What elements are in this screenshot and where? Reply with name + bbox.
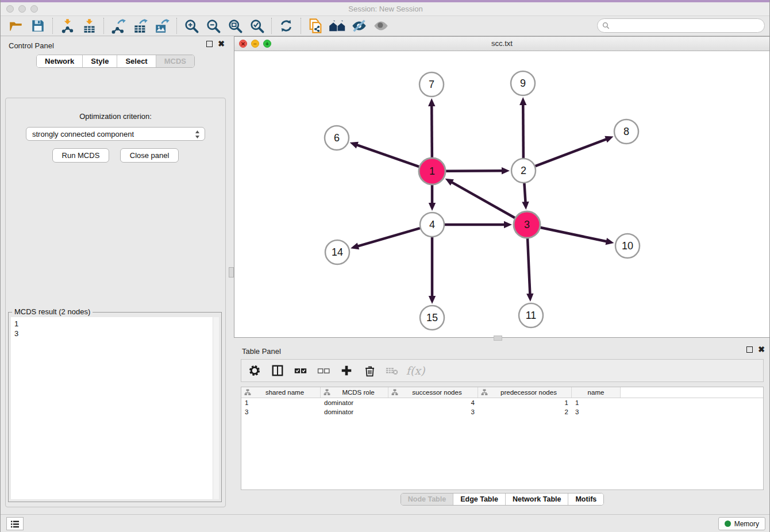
memory-button[interactable]: Memory [718, 517, 765, 530]
close-panel-button[interactable]: Close panel [120, 148, 179, 163]
import-network-button[interactable] [56, 17, 78, 35]
network-window-titlebar[interactable]: ✕ − + scc.txt [234, 37, 769, 51]
table-cell[interactable]: 3 [572, 407, 621, 417]
delete-table-button[interactable] [385, 363, 400, 378]
search-field[interactable] [597, 18, 765, 33]
result-scrollbar[interactable] [213, 317, 219, 499]
tab-node-table[interactable]: Node Table [401, 494, 453, 505]
refresh-button[interactable] [275, 17, 297, 35]
vertical-splitter-handle[interactable] [229, 267, 234, 277]
float-table-panel-icon[interactable] [746, 346, 753, 353]
table-cell[interactable]: 3 [388, 407, 478, 417]
column-header-name[interactable]: name [572, 387, 621, 398]
export-table-button[interactable] [129, 17, 151, 35]
graph-edge-1-7[interactable] [432, 105, 432, 157]
list-icon [10, 520, 20, 528]
control-panel: Control Panel ✖ NetworkStyleSelectMCDS O… [1, 36, 230, 514]
tab-style[interactable]: Style [83, 55, 117, 67]
graph-edge-arrowhead [526, 294, 533, 302]
node-table[interactable]: shared nameMCDS rolesuccessor nodesprede… [241, 387, 764, 490]
control-panel-header: Control Panel ✖ [1, 36, 230, 55]
table-cell[interactable]: dominator [321, 398, 388, 407]
mcds-result-text[interactable]: 13 [11, 317, 219, 499]
graph-edge-1-2[interactable] [446, 171, 503, 171]
graph-edge-2-3[interactable] [524, 183, 525, 203]
main-titlebar: Session: New Session [1, 2, 770, 16]
network-canvas[interactable]: 7968124314101511 [234, 51, 769, 337]
tab-motifs[interactable]: Motifs [568, 494, 603, 505]
column-header-predecessor-nodes[interactable]: predecessor nodes [478, 387, 572, 398]
tab-network[interactable]: Network [37, 55, 83, 67]
mcds-result-title: MCDS result (2 nodes) [12, 307, 93, 316]
home-button[interactable] [326, 17, 348, 35]
tab-edge-table[interactable]: Edge Table [453, 494, 506, 505]
export-network-button[interactable] [107, 17, 129, 35]
graph-edge-4-14[interactable] [357, 228, 420, 246]
mcds-result-field: MCDS result (2 nodes) 13 [8, 312, 222, 502]
task-history-button[interactable] [6, 517, 24, 530]
eye-slash-icon [351, 18, 367, 34]
run-mcds-button[interactable]: Run MCDS [52, 148, 110, 163]
graph-node-label: 15 [426, 312, 438, 323]
table-cell[interactable]: 1 [241, 398, 321, 407]
table-row[interactable]: 3dominator323 [241, 407, 763, 417]
graph-edge-3-1[interactable] [451, 182, 515, 218]
zoom-selected-button[interactable] [246, 17, 268, 35]
show-column-button[interactable] [270, 363, 285, 378]
deselect-all-columns-button[interactable] [316, 363, 331, 378]
graph-edge-1-6[interactable] [356, 145, 419, 167]
first-neighbors-button[interactable] [305, 17, 326, 35]
table-cell[interactable]: 2 [478, 407, 572, 417]
function-builder-button[interactable]: f(x) [408, 363, 423, 378]
column-header-shared-name[interactable]: shared name [241, 387, 321, 398]
table-cell[interactable]: 4 [388, 398, 478, 407]
table-cell[interactable]: dominator [321, 407, 388, 417]
tab-network-table[interactable]: Network Table [506, 494, 569, 505]
delete-column-button[interactable] [362, 363, 377, 378]
zoom-out-button[interactable] [202, 17, 224, 35]
import-table-icon [82, 18, 97, 34]
tab-mcds[interactable]: MCDS [156, 55, 194, 67]
table-cell[interactable]: 1 [572, 398, 621, 407]
zoom-fit-button[interactable] [224, 17, 246, 35]
optimization-criterion-label: Optimization criterion: [6, 112, 225, 121]
graph-edge-3-11[interactable] [528, 238, 530, 295]
zoom-selected-icon [249, 18, 265, 34]
select-all-columns-button[interactable] [293, 363, 308, 378]
column-header-successor-nodes[interactable]: successor nodes [388, 387, 478, 398]
tab-select[interactable]: Select [117, 55, 156, 67]
add-column-button[interactable] [339, 363, 354, 378]
export-table-icon [133, 18, 148, 34]
column-header-mcds-role[interactable]: MCDS role [321, 387, 388, 398]
search-input[interactable] [613, 22, 760, 30]
table-row[interactable]: 1dominator411 [241, 398, 763, 407]
save-session-button[interactable] [27, 17, 49, 35]
memory-status-icon [725, 521, 731, 527]
trash-icon [364, 365, 376, 377]
graph-edge-2-8[interactable] [536, 139, 607, 166]
float-panel-icon[interactable] [206, 41, 213, 47]
first-neighbors-icon [307, 18, 324, 34]
graph-edge-arrowhead [504, 221, 512, 228]
graph-edge-3-10[interactable] [540, 228, 607, 242]
import-table-button[interactable] [78, 17, 100, 35]
criterion-dropdown[interactable]: strongly connected component [26, 127, 205, 141]
graph-edge-arrowhead [351, 242, 359, 249]
table-cell[interactable]: 1 [478, 398, 572, 407]
graph-edge-arrowhead [350, 142, 359, 149]
close-panel-icon[interactable]: ✖ [218, 41, 225, 47]
table-options-button[interactable] [247, 363, 262, 378]
hide-graphics-details-button[interactable] [348, 17, 370, 35]
close-table-panel-icon[interactable]: ✖ [758, 346, 765, 353]
refresh-icon [279, 18, 294, 33]
open-session-button[interactable] [5, 17, 27, 35]
graph-edge-2-9[interactable] [523, 104, 523, 158]
horizontal-splitter-handle[interactable] [494, 336, 502, 341]
column-hierarchy-icon [244, 389, 251, 396]
export-image-button[interactable] [151, 17, 173, 35]
eye-icon [373, 18, 389, 34]
show-graphics-details-button[interactable] [370, 17, 392, 35]
table-cell[interactable]: 3 [241, 407, 321, 417]
network-window-title: scc.txt [234, 39, 769, 48]
zoom-in-button[interactable] [180, 17, 202, 35]
